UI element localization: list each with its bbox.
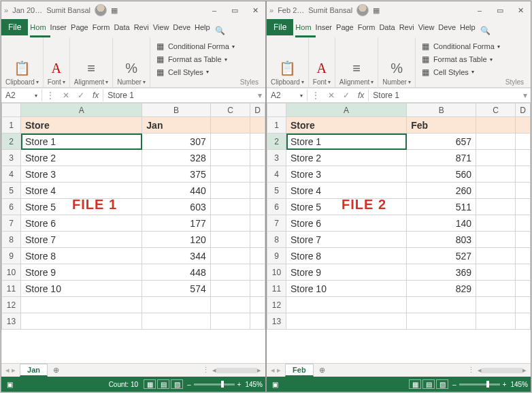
zoom-level[interactable]: 145% <box>245 381 263 388</box>
hscroll-track[interactable] <box>482 368 522 373</box>
cell[interactable]: Jan <box>142 117 210 133</box>
col-header-a[interactable]: A <box>286 104 407 117</box>
alignment-icon[interactable]: ≡ <box>87 58 95 78</box>
conditional-formatting-button[interactable]: ▦Conditional Forma▾ <box>156 40 261 53</box>
sheet-scroll-left-icon[interactable]: ◂ ▸ <box>1 366 20 375</box>
zoom-level[interactable]: 145% <box>510 381 528 388</box>
tab-review[interactable]: Revi <box>397 19 416 35</box>
fx-icon[interactable]: fx <box>88 91 103 100</box>
worksheet-grid[interactable]: A B C D 1 Store Feb 2Store 1657 3Store 2… <box>267 103 531 363</box>
file-tab[interactable]: File <box>267 19 293 35</box>
tab-help[interactable]: Help <box>458 19 478 35</box>
hscroll-right-icon[interactable]: ▸ <box>257 366 261 375</box>
zoom-slider[interactable] <box>459 383 500 386</box>
page-break-view-button[interactable]: ▧ <box>436 379 448 389</box>
enter-formula-icon[interactable]: ✓ <box>73 91 88 100</box>
normal-view-button[interactable]: ▦ <box>409 379 421 389</box>
sheet-scroll-left-icon[interactable]: ◂ ▸ <box>267 366 285 375</box>
tab-data[interactable]: Data <box>377 19 397 35</box>
col-header-b[interactable]: B <box>142 104 210 117</box>
tab-formulas[interactable]: Form <box>90 19 112 35</box>
row-header[interactable]: 1 <box>2 117 21 133</box>
add-sheet-button[interactable]: ⊕ <box>314 366 331 375</box>
minimize-button[interactable]: – <box>204 2 225 18</box>
name-box[interactable]: A2▾ <box>267 89 307 101</box>
file-tab[interactable]: File <box>1 19 28 35</box>
clipboard-launcher[interactable]: ▾ <box>36 79 39 85</box>
zoom-out-button[interactable]: – <box>187 381 191 388</box>
minimize-button[interactable]: – <box>469 2 490 18</box>
page-layout-view-button[interactable]: ▤ <box>157 379 169 389</box>
tab-developer[interactable]: Deve <box>171 19 193 35</box>
tab-page-layout[interactable]: Page <box>334 19 356 35</box>
formula-expand-icon[interactable]: ▾ <box>520 91 531 100</box>
formula-expand-icon[interactable]: ▾ <box>254 91 265 100</box>
formula-input[interactable]: Store 1 <box>368 89 520 101</box>
active-cell[interactable]: Store 1 <box>286 133 407 150</box>
hscroll-track[interactable] <box>216 368 257 373</box>
font-icon[interactable]: A <box>317 58 327 78</box>
format-as-table-button[interactable]: ▦Format as Table▾ <box>421 53 527 66</box>
col-header-d[interactable]: D <box>516 104 531 117</box>
sheet-tab-active[interactable]: Feb <box>285 364 314 377</box>
col-header-a[interactable]: A <box>21 104 142 117</box>
page-break-view-button[interactable]: ▧ <box>171 379 183 389</box>
tab-help[interactable]: Help <box>193 19 212 35</box>
maximize-button[interactable]: ▭ <box>225 2 245 18</box>
ribbon-display-options-icon[interactable]: ▦ <box>111 6 118 15</box>
close-button[interactable]: ✕ <box>510 2 531 18</box>
tab-view[interactable]: View <box>151 19 171 35</box>
col-header-b[interactable]: B <box>407 104 476 117</box>
zoom-in-button[interactable]: + <box>503 381 507 388</box>
number-launcher[interactable]: ▾ <box>143 79 146 85</box>
cell-styles-button[interactable]: ▦Cell Styles▾ <box>156 65 261 78</box>
tab-page-layout[interactable]: Page <box>69 19 90 35</box>
cell[interactable] <box>210 117 250 133</box>
format-as-table-button[interactable]: ▦Format as Table▾ <box>156 53 261 66</box>
tell-me-icon[interactable]: 🔍 <box>215 26 225 35</box>
alignment-launcher[interactable]: ▾ <box>105 79 108 85</box>
alignment-icon[interactable]: ≡ <box>352 58 361 78</box>
zoom-slider[interactable] <box>194 383 235 386</box>
avatar[interactable] <box>95 4 107 16</box>
zoom-in-button[interactable]: + <box>237 381 242 388</box>
zoom-out-button[interactable]: – <box>452 381 456 388</box>
number-icon[interactable]: % <box>390 58 403 78</box>
tab-home[interactable]: Hom <box>28 19 48 35</box>
name-box[interactable]: A2▾ <box>1 89 42 101</box>
tab-data[interactable]: Data <box>112 19 131 35</box>
tell-me-icon[interactable]: 🔍 <box>480 26 491 35</box>
col-header-c[interactable]: C <box>476 104 516 117</box>
tab-insert[interactable]: Inser <box>48 19 69 35</box>
close-button[interactable]: ✕ <box>245 2 265 18</box>
tab-formulas[interactable]: Form <box>356 19 378 35</box>
row-header[interactable]: 2 <box>2 133 21 150</box>
conditional-formatting-button[interactable]: ▦Conditional Forma▾ <box>421 40 527 53</box>
cancel-formula-icon[interactable]: ✕ <box>59 91 73 100</box>
add-sheet-button[interactable]: ⊕ <box>48 366 65 375</box>
quick-access-overflow[interactable]: » <box>269 6 273 14</box>
tab-home[interactable]: Hom <box>293 19 313 35</box>
font-launcher[interactable]: ▾ <box>63 79 65 85</box>
number-icon[interactable]: % <box>125 58 137 78</box>
record-macro-icon[interactable]: ▣ <box>272 381 278 388</box>
maximize-button[interactable]: ▭ <box>490 2 510 18</box>
clipboard-icon[interactable]: 📋 <box>14 58 31 78</box>
tab-developer[interactable]: Deve <box>436 19 458 35</box>
tab-insert[interactable]: Inser <box>314 19 334 35</box>
col-header-d[interactable]: D <box>250 104 265 117</box>
tab-view[interactable]: View <box>416 19 437 35</box>
cancel-formula-icon[interactable]: ✕ <box>324 91 339 100</box>
cell[interactable]: Store <box>21 117 142 133</box>
normal-view-button[interactable]: ▦ <box>144 379 156 389</box>
cell[interactable]: 307 <box>142 133 210 150</box>
font-icon[interactable]: A <box>52 58 61 78</box>
select-all-corner[interactable] <box>2 104 21 117</box>
enter-formula-icon[interactable]: ✓ <box>339 91 354 100</box>
active-cell[interactable]: Store 1 <box>21 133 142 150</box>
formula-input[interactable]: Store 1 <box>103 89 254 101</box>
page-layout-view-button[interactable]: ▤ <box>422 379 435 389</box>
quick-access-overflow[interactable]: » <box>4 6 8 14</box>
worksheet-grid[interactable]: A B C D 1 Store Jan 2Store 1307 3Store 2… <box>1 103 265 363</box>
record-macro-icon[interactable]: ▣ <box>7 381 13 388</box>
